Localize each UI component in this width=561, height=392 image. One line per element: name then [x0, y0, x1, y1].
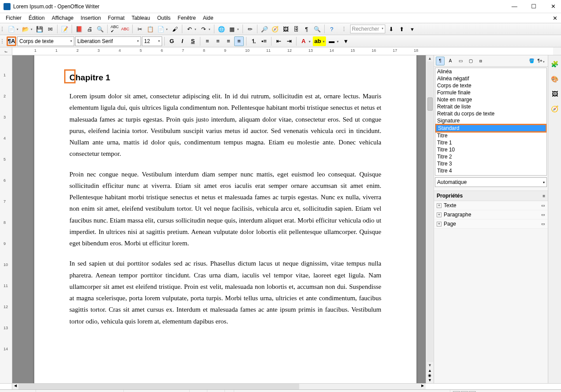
- style-item[interactable]: Note en marge: [435, 96, 547, 103]
- decrease-indent-button[interactable]: ⇤: [274, 36, 283, 46]
- align-right-button[interactable]: ≡: [224, 36, 233, 46]
- menu-edit[interactable]: Édition: [25, 14, 48, 22]
- menu-window[interactable]: Fenêtre: [174, 14, 199, 22]
- expander-icon[interactable]: +: [437, 222, 442, 227]
- status-language[interactable]: Français (France): [124, 390, 190, 392]
- document-close-button[interactable]: ✕: [553, 15, 557, 22]
- open-button[interactable]: 📂: [21, 24, 34, 34]
- status-insert-mode[interactable]: INS: [190, 390, 207, 392]
- vertical-scrollbar[interactable]: ▲ ▼ ▲ ◉ ▼: [426, 55, 434, 383]
- nav-select-button[interactable]: ◉: [428, 373, 432, 378]
- search-input[interactable]: Rechercher: [350, 25, 385, 33]
- italic-button[interactable]: I: [177, 36, 187, 46]
- menu-help[interactable]: Aide: [200, 14, 217, 22]
- maximize-button[interactable]: ☐: [529, 3, 538, 10]
- style-filter-combo[interactable]: Automatique: [435, 177, 547, 187]
- status-selection-mode[interactable]: STD: [207, 390, 225, 392]
- toolbar-grip-2[interactable]: [344, 27, 346, 31]
- heading-chapitre[interactable]: Chapitre 1: [69, 73, 381, 83]
- hyperlink-button[interactable]: 🌐: [217, 24, 226, 34]
- collapse-section-icon[interactable]: ▭: [541, 222, 545, 226]
- minimize-button[interactable]: —: [510, 3, 519, 10]
- paragraph-style-combo[interactable]: Corps de texte: [17, 36, 74, 46]
- spellcheck-button[interactable]: ABC✔: [110, 24, 119, 34]
- style-item[interactable]: Titre 10: [435, 146, 547, 153]
- menu-tools[interactable]: Outils: [154, 14, 174, 22]
- horizontal-scrollbar[interactable]: ◀ ▶: [0, 383, 561, 389]
- save-button[interactable]: 💾: [35, 24, 44, 34]
- scroll-thumb[interactable]: [427, 97, 433, 111]
- menu-format[interactable]: Format: [105, 14, 128, 22]
- undo-button[interactable]: ↶: [185, 24, 198, 34]
- bulleted-list-button[interactable]: •≡: [259, 36, 269, 46]
- format-paintbrush-button[interactable]: 🖌: [170, 24, 180, 34]
- find-replace-button[interactable]: 🔎: [260, 24, 269, 34]
- toolbar-overflow-button[interactable]: ▾: [407, 24, 417, 34]
- style-item[interactable]: Alinéa négatif: [435, 75, 547, 82]
- fmt-toolbar-overflow-button[interactable]: ▾: [341, 36, 351, 46]
- expander-icon[interactable]: +: [437, 203, 442, 208]
- style-item[interactable]: Signature: [435, 117, 547, 124]
- prev-page-button[interactable]: ▲: [428, 368, 432, 373]
- page-styles-button[interactable]: ▢: [466, 57, 475, 65]
- font-size-combo[interactable]: 12: [142, 36, 162, 46]
- styles-tab-button[interactable]: 🎨: [550, 74, 560, 84]
- print-preview-button[interactable]: 🔍: [95, 24, 105, 34]
- style-item[interactable]: Titre: [435, 132, 547, 139]
- gallery-button[interactable]: 🖼: [281, 24, 290, 34]
- properties-section-paragraphe[interactable]: + Paragraphe ▭: [434, 210, 548, 219]
- style-item[interactable]: Standard: [435, 124, 547, 133]
- menu-table[interactable]: Tableau: [129, 14, 153, 22]
- list-styles-button[interactable]: ⧈: [476, 57, 485, 65]
- paste-button[interactable]: 📄: [156, 24, 169, 34]
- style-item[interactable]: Retrait du corps de texte: [435, 110, 547, 117]
- gallery-tab-button[interactable]: 🖼: [550, 89, 560, 99]
- highlight-color-button[interactable]: ab: [313, 36, 326, 46]
- redo-button[interactable]: ↷: [199, 24, 212, 34]
- styles-formatting-button[interactable]: ¶A: [7, 36, 16, 46]
- paragraph-styles-button[interactable]: ¶: [436, 57, 445, 65]
- print-button[interactable]: 🖨: [85, 24, 94, 34]
- menu-file[interactable]: Fichier: [3, 14, 25, 22]
- expander-icon[interactable]: +: [437, 212, 442, 217]
- data-sources-button[interactable]: 🗄: [291, 24, 301, 34]
- style-item[interactable]: Titre 5: [435, 174, 547, 176]
- new-style-from-selection-button[interactable]: ¶+: [537, 57, 546, 65]
- align-justify-button[interactable]: ≡: [234, 36, 244, 46]
- copy-button[interactable]: 📋: [145, 24, 155, 34]
- document-viewport[interactable]: Chapitre 1 Lorem ipsum dolor sit amet, c…: [12, 55, 426, 383]
- align-center-button[interactable]: ≡: [213, 36, 223, 46]
- font-color-button[interactable]: A: [299, 36, 312, 46]
- cut-button[interactable]: ✂: [135, 24, 145, 34]
- character-styles-button[interactable]: A: [446, 57, 455, 65]
- properties-section-page[interactable]: + Page ▭: [434, 219, 548, 229]
- menu-view[interactable]: Affichage: [49, 14, 77, 22]
- frame-styles-button[interactable]: ▭: [456, 57, 465, 65]
- style-item[interactable]: Retrait de liste: [435, 103, 547, 110]
- collapse-section-icon[interactable]: ▭: [541, 203, 545, 208]
- navigator-button[interactable]: 🧭: [270, 24, 280, 34]
- navigator-tab-button[interactable]: 🧭: [550, 104, 560, 114]
- nonprinting-chars-button[interactable]: ¶: [302, 24, 311, 34]
- toolbar-grip[interactable]: [2, 27, 4, 31]
- toolbar-grip-fmt[interactable]: [2, 39, 4, 43]
- edit-file-button[interactable]: 📝: [60, 24, 69, 34]
- auto-spellcheck-button[interactable]: ABC: [120, 24, 130, 34]
- fill-format-mode-button[interactable]: 🪣: [527, 57, 536, 65]
- style-item[interactable]: Titre 1: [435, 139, 547, 146]
- style-item[interactable]: Titre 2: [435, 153, 547, 160]
- vertical-ruler[interactable]: 1234567891011121314: [0, 55, 12, 383]
- hscroll-thumb[interactable]: [18, 384, 299, 389]
- new-document-button[interactable]: 📄: [7, 24, 20, 34]
- paragraph-2[interactable]: Proin nec congue neque. Vestibulum inter…: [69, 169, 381, 249]
- status-page[interactable]: Page 4 / 23: [0, 390, 36, 392]
- find-next-down-button[interactable]: ⬇: [386, 24, 396, 34]
- numbered-list-button[interactable]: ⒈: [249, 36, 258, 46]
- font-name-combo[interactable]: Liberation Serif: [75, 36, 141, 46]
- background-color-button[interactable]: ▬: [327, 36, 340, 46]
- next-page-button[interactable]: ▼: [428, 378, 432, 382]
- find-next-up-button[interactable]: ⬆: [397, 24, 406, 34]
- scroll-left-icon[interactable]: ◀: [12, 384, 18, 389]
- bold-button[interactable]: G: [167, 36, 177, 46]
- menu-insert[interactable]: Insertion: [78, 14, 104, 22]
